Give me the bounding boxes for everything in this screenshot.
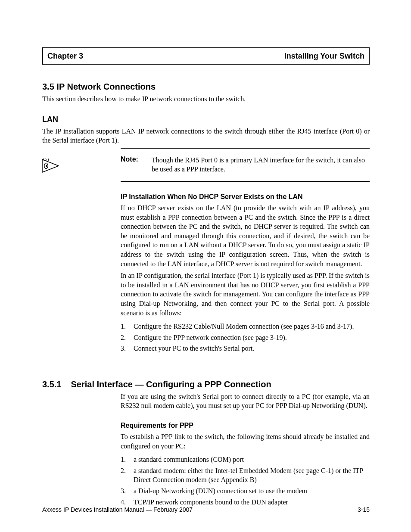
- footer-right: 3-15: [358, 506, 370, 513]
- list-item: 2.Configure the PPP network connection (…: [121, 333, 370, 342]
- page-footer: Axxess IP Devices Installation Manual — …: [42, 506, 370, 513]
- note-rule-bottom: [121, 181, 370, 182]
- lan-para: The IP installation supports LAN IP netw…: [42, 127, 370, 145]
- note-label: Note:: [121, 156, 152, 163]
- note-text: Though the RJ45 Port 0 is a primary LAN …: [152, 156, 370, 174]
- section-number: 3.5.1: [42, 380, 61, 389]
- chapter-left: Chapter 3: [47, 52, 83, 61]
- sec3-req-title: Requirements for PPP: [121, 422, 370, 429]
- list-item: 1.Configure the RS232 Cable/Null Modem c…: [121, 322, 370, 331]
- sec3-req-list: 1.a standard communications (COM) port 2…: [121, 455, 370, 507]
- list-item: 3.Connect your PC to the switch's Serial…: [121, 344, 370, 353]
- section-lead-text: This section describes how to make IP ne…: [42, 94, 370, 104]
- req-text: a standard modem: either the Inter-tel E…: [134, 466, 370, 485]
- section-3-5-1-header: 3.5.1 Serial Interface — Configuring a P…: [42, 380, 370, 389]
- eye-icon: [40, 158, 59, 174]
- chapter-header: Chapter 3 Installing Your Switch: [42, 47, 370, 65]
- req-text: TCP/IP network components bound to the D…: [134, 498, 288, 507]
- list-item: 3.a Dial-up Networking (DUN) connection …: [121, 486, 370, 496]
- section-divider: [42, 369, 370, 369]
- subhead-lan: LAN: [42, 115, 370, 124]
- step-text: Configure the RS232 Cable/Null Modem con…: [134, 322, 354, 331]
- req-text: a Dial-up Networking (DUN) connection se…: [134, 486, 307, 496]
- list-item: 2.a standard modem: either the Inter-tel…: [121, 466, 370, 485]
- req-text: a standard communications (COM) port: [134, 455, 244, 464]
- subhead-no-dhcp: IP Installation When No DHCP Server Exis…: [121, 193, 370, 201]
- page-content: 3.5 IP Network Connections This section …: [42, 82, 370, 511]
- footer-left: Axxess IP Devices Installation Manual — …: [42, 506, 193, 513]
- no-dhcp-steps: 1.Configure the RS232 Cable/Null Modem c…: [121, 322, 370, 353]
- list-item: 1.a standard communications (COM) port: [121, 455, 370, 464]
- section-title: Serial Interface — Configuring a PPP Con…: [71, 380, 271, 389]
- step-text: Connect your PC to the switch's Serial p…: [134, 344, 254, 353]
- no-dhcp-para-1: If no DHCP server exists on the LAN (to …: [121, 203, 370, 268]
- chapter-right: Installing Your Switch: [284, 52, 364, 61]
- section-title-3-5: 3.5 IP Network Connections: [42, 82, 370, 92]
- list-item: 4.TCP/IP network components bound to the…: [121, 498, 370, 507]
- lan-indent-block: IP Installation When No DHCP Server Exis…: [121, 193, 370, 353]
- sec3-req-text: To establish a PPP link to the switch, t…: [121, 432, 370, 451]
- svg-point-1: [46, 165, 47, 167]
- no-dhcp-para-2: In an IP configuration, the serial inter…: [121, 271, 370, 317]
- note-block: Note: Though the RJ45 Port 0 is a primar…: [42, 148, 370, 182]
- sec3-indent-block: If you are using the switch's Serial por…: [121, 392, 370, 507]
- step-text: Configure the PPP network connection (se…: [134, 333, 287, 342]
- sec3-intro: If you are using the switch's Serial por…: [121, 392, 370, 411]
